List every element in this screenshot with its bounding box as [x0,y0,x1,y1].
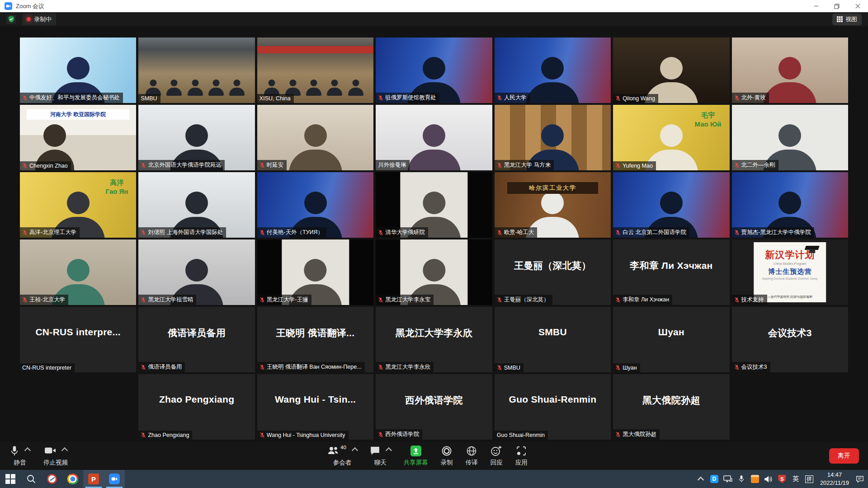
participant-tile[interactable]: 黑大俄院孙超黑大俄院孙超 [613,374,729,440]
video-options-chevron[interactable] [61,447,68,453]
apps-button[interactable]: 应用 [511,442,532,470]
video-feed: Zhao Pengxiang [138,374,255,440]
zoom-toolbar: 静音 停止视频 40 参会者 [0,442,868,470]
participant-tile[interactable]: 高洋Гао Ян高洋-北京理工大学 [20,172,136,238]
participant-tile[interactable]: 哈尔滨工业大学欧景-哈工大 [495,172,611,238]
minimize-button[interactable] [806,0,826,12]
taskbar-search-button[interactable] [21,470,42,488]
view-button[interactable]: 视图 [832,14,862,25]
person-silhouette [407,124,461,170]
participant-tile[interactable]: 黑龙江大学-王骊 [257,239,373,305]
participant-tile[interactable]: 西外俄语学院西外俄语学院 [376,374,492,440]
participant-tile[interactable]: 李和章 Ли Хэчжан李和章 Ли Хэчжан [613,239,729,305]
participant-tile[interactable]: 北外-黄玫 [732,38,848,103]
person-silhouette [264,80,279,96]
participant-tile[interactable]: Wang Hui - Tsin...Wang Hui - Tsinghua Un… [257,374,373,440]
participants-options-chevron[interactable] [352,447,358,453]
participant-tile[interactable]: 俄语译员备用俄语译员备用 [138,307,255,372]
participant-tile[interactable]: XISU, China [257,38,373,103]
zoom-logo-icon [5,2,12,10]
record-button[interactable]: 录制 [436,442,458,470]
background-banner-text: 河南大学 欧亚国际学院 [27,109,129,120]
microphone-tray-icon[interactable] [735,470,748,488]
leave-meeting-button[interactable]: 离开 [829,448,859,464]
orange-app-tray-icon[interactable] [749,470,761,488]
stop-video-button[interactable]: 停止视频 [39,442,72,470]
participant-name-label: 黑大俄院孙超 [613,429,660,440]
chat-icon [370,446,380,455]
participant-name-label: Wang Hui - Tsinghua University [257,431,349,440]
taskbar-zoom-app[interactable] [104,470,125,488]
participant-tile[interactable]: ШуанШуан [613,307,729,372]
volume-tray-icon[interactable] [762,470,775,488]
participant-tile[interactable]: 北二外—余刚 [732,105,848,170]
taskbar-snipping-tool[interactable] [42,470,62,488]
meeting-info-bar: 录制中 视图 [0,12,868,26]
participant-tile[interactable]: 川外徐曼琳 [376,105,492,170]
participant-display-name: SMBU [495,327,611,338]
participant-tile[interactable]: SMBU [138,38,255,103]
participant-tile[interactable]: Qilong Wang [613,38,729,103]
start-button[interactable] [0,470,21,488]
participant-tile[interactable]: 新汉学计划China Studies Program博士生预选营Aspiring… [732,239,848,305]
muted-mic-icon [378,432,383,438]
participant-tile[interactable]: 刘偲熙 上海外国语大学国际处 [138,172,255,238]
participant-tile[interactable]: 黑龙江大学李永宝 [376,239,492,305]
restore-button[interactable] [826,0,847,12]
taskbar-chrome[interactable] [62,470,83,488]
video-feed: Шуан [613,307,729,372]
participant-tile[interactable]: 王祯-北京大学 [20,239,136,305]
participant-tile[interactable]: 贾旭杰-黑龙江大学中俄学院 [732,172,848,238]
participant-tile[interactable]: 中俄友好、和平与发展委员会秘书处 [20,38,136,103]
participant-tile[interactable]: CN-RUS interpre...CN-RUS interpreter [20,307,136,372]
participant-tile[interactable]: 会议技术3会议技术3 [732,307,848,372]
muted-mic-icon [141,162,146,169]
participant-tile[interactable]: SMBUSMBU [495,307,611,372]
participants-button[interactable]: 40 参会者 [323,442,362,470]
tray-hidden-icons-chevron[interactable] [694,470,707,488]
sogou-shield-tray-icon[interactable]: S [776,470,788,488]
participant-name-label: 黑龙江大学 马方来 [495,160,554,170]
chat-options-chevron[interactable] [386,447,392,453]
close-button[interactable] [847,0,868,12]
participant-tile[interactable]: 驻俄罗斯使馆教育处 [376,38,492,103]
powerpoint-icon: P [88,474,99,484]
participant-tile[interactable]: 白云 北京第二外国语学院 [613,172,729,238]
reactions-button[interactable]: 回应 [486,442,507,470]
participant-tile[interactable]: 黑龙江大学祖雪晴 [138,239,255,305]
share-screen-button[interactable]: 共享屏幕 [399,442,433,470]
taskbar-time: 14:47 [820,471,849,479]
graduation-cap-icon [805,245,820,254]
participant-tile[interactable]: 黑龙江大学 马方来 [495,105,611,170]
interpretation-button[interactable]: 传译 [461,442,482,470]
recording-indicator[interactable]: 录制中 [22,14,56,25]
participant-tile[interactable]: 毛宇Мао ЮйYufeng Mao [613,105,729,170]
participant-tile[interactable]: 王曼丽（深北莫）王曼丽（深北莫） [495,239,611,305]
participant-tile[interactable]: Zhao PengxiangZhao Pengxiang [138,374,255,440]
participant-tile[interactable]: 人民大学 [495,38,611,103]
participant-name-label: 欧景-哈工大 [495,227,538,238]
participant-name-label: Chengxin Zhao [20,161,71,170]
participant-display-name: 黑龙江大学李永欣 [376,327,492,339]
participant-tile[interactable]: Guo Shuai-RenminGuo Shuai-Renmin [495,374,611,440]
pinyin-indicator[interactable]: 拼 [803,470,816,488]
participant-display-name: 王晓明 俄语翻译... [257,327,373,339]
action-center-icon[interactable] [854,470,866,488]
participant-tile[interactable]: 黑龙江大学李永欣黑龙江大学李永欣 [376,307,492,372]
mute-options-chevron[interactable] [24,447,31,453]
mute-button[interactable]: 静音 [5,442,34,470]
dingtalk-tray-icon[interactable]: D [708,470,721,488]
taskbar-powerpoint[interactable]: P [83,470,104,488]
participant-tile[interactable]: 时延安 [257,105,373,170]
taskbar-clock[interactable]: 14:47 2022/11/19 [816,471,853,487]
participant-tile[interactable]: 北京外国语大学俄语学院苑远 [138,105,255,170]
participant-tile[interactable]: 清华大学俄研院 [376,172,492,238]
meeting-security-shield-icon[interactable] [6,14,16,24]
participant-tile[interactable]: 河南大学 欧亚国际学院Chengxin Zhao [20,105,136,170]
input-language-indicator[interactable]: 英 [789,470,802,488]
chat-button[interactable]: 聊天 [365,442,396,470]
shared-poster-image: 新汉学计划China Studies Program博士生预选营Aspiring… [754,242,826,302]
display-tray-icon[interactable] [722,470,734,488]
participant-tile[interactable]: 付美艳-天外（ТУИЯ） [257,172,373,238]
participant-tile[interactable]: 王晓明 俄语翻译...王晓明 俄语翻译 Ван Сяомин-Пере... [257,307,373,372]
